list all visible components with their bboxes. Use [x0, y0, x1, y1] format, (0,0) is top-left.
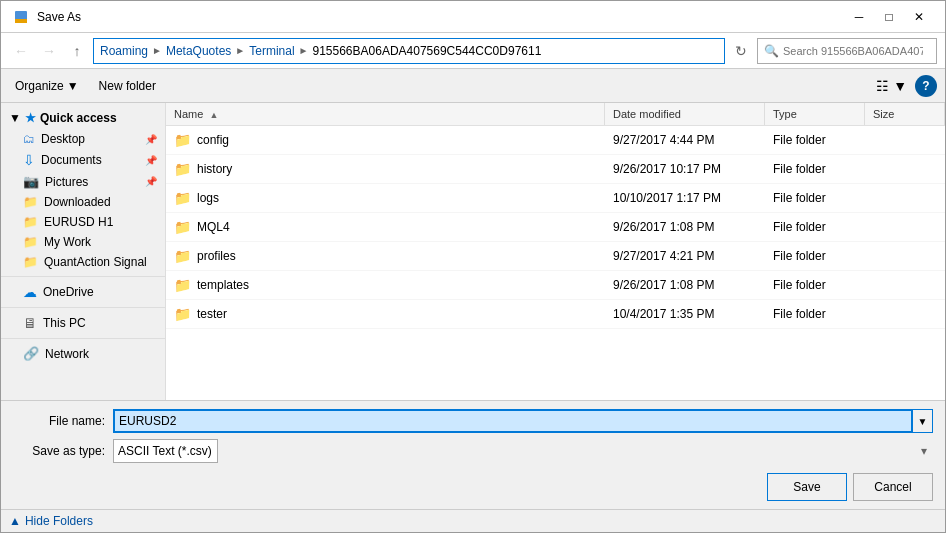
- table-row[interactable]: 📁 templates 9/26/2017 1:08 PM File folde…: [166, 271, 945, 300]
- pin-icon-docs: 📌: [145, 155, 157, 166]
- file-size-cell: [865, 136, 945, 144]
- sidebar-documents-label: Documents: [41, 153, 102, 167]
- sidebar-item-documents[interactable]: ⇩ Documents 📌: [1, 149, 165, 171]
- file-type-cell: File folder: [765, 187, 865, 209]
- file-type-cell: File folder: [765, 129, 865, 151]
- save-button[interactable]: Save: [767, 473, 847, 501]
- sidebar-divider-1: [1, 276, 165, 277]
- pin-icon: 📌: [145, 134, 157, 145]
- file-name-cell: 📁 config: [166, 128, 605, 152]
- breadcrumb-terminal[interactable]: Terminal: [249, 44, 294, 58]
- file-type-cell: File folder: [765, 245, 865, 267]
- folder-icon: 📁: [174, 248, 191, 264]
- file-date-cell: 9/27/2017 4:44 PM: [605, 129, 765, 151]
- hide-folders-label: Hide Folders: [25, 514, 93, 528]
- filename-label: File name:: [13, 414, 113, 428]
- sidebar-item-desktop[interactable]: 🗂 Desktop 📌: [1, 129, 165, 149]
- file-type-cell: File folder: [765, 158, 865, 180]
- organize-button[interactable]: Organize ▼: [9, 76, 85, 96]
- address-bar: ← → ↑ Roaming ► MetaQuotes ► Terminal ► …: [1, 33, 945, 69]
- sidebar-divider-2: [1, 307, 165, 308]
- col-header-name[interactable]: Name ▲: [166, 103, 605, 125]
- sidebar-item-network[interactable]: 🔗 Network: [1, 343, 165, 364]
- pin-icon-pics: 📌: [145, 176, 157, 187]
- sidebar-item-mywork[interactable]: 📁 My Work: [1, 232, 165, 252]
- sidebar-item-quantaction[interactable]: 📁 QuantAction Signal: [1, 252, 165, 272]
- search-icon: 🔍: [764, 44, 779, 58]
- downloaded-folder-icon: 📁: [23, 195, 38, 209]
- up-button[interactable]: ↑: [65, 39, 89, 63]
- search-input[interactable]: [783, 45, 923, 57]
- filename-row: File name: ▼: [13, 409, 933, 433]
- sidebar-downloaded-label: Downloaded: [44, 195, 111, 209]
- quick-access-label: Quick access: [40, 111, 117, 125]
- filename-input[interactable]: [113, 409, 913, 433]
- file-type-cell: File folder: [765, 274, 865, 296]
- file-name-cell: 📁 templates: [166, 273, 605, 297]
- new-folder-label: New folder: [99, 79, 156, 93]
- sidebar-item-eurusd[interactable]: 📁 EURUSD H1: [1, 212, 165, 232]
- breadcrumb-arrow-3: ►: [299, 45, 309, 56]
- maximize-button[interactable]: □: [875, 7, 903, 27]
- sidebar-item-thispc[interactable]: 🖥 This PC: [1, 312, 165, 334]
- sidebar-pictures-label: Pictures: [45, 175, 88, 189]
- view-options-button[interactable]: ☷ ▼: [872, 75, 911, 97]
- bottom-area: File name: ▼ Save as type: ASCII Text (*…: [1, 400, 945, 509]
- filename-dropdown-btn[interactable]: ▼: [913, 409, 933, 433]
- hide-folders-row[interactable]: ▲ Hide Folders: [1, 509, 945, 532]
- file-list-header: Name ▲ Date modified Type Size: [166, 103, 945, 126]
- forward-button[interactable]: →: [37, 39, 61, 63]
- back-button[interactable]: ←: [9, 39, 33, 63]
- sidebar-quantaction-label: QuantAction Signal: [44, 255, 147, 269]
- file-name-text: tester: [197, 307, 227, 321]
- help-button[interactable]: ?: [915, 75, 937, 97]
- sidebar-item-downloaded[interactable]: 📁 Downloaded: [1, 192, 165, 212]
- file-list: Name ▲ Date modified Type Size 📁 config …: [166, 103, 945, 400]
- breadcrumb-arrow-2: ►: [235, 45, 245, 56]
- file-date-cell: 9/26/2017 1:08 PM: [605, 274, 765, 296]
- breadcrumb-roaming[interactable]: Roaming: [100, 44, 148, 58]
- col-header-date[interactable]: Date modified: [605, 103, 765, 125]
- table-row[interactable]: 📁 profiles 9/27/2017 4:21 PM File folder: [166, 242, 945, 271]
- toolbar: Organize ▼ New folder ☷ ▼ ?: [1, 69, 945, 103]
- folder-icon: 📁: [174, 306, 191, 322]
- file-name-cell: 📁 logs: [166, 186, 605, 210]
- hide-folders-arrow-icon: ▲: [9, 514, 21, 528]
- table-row[interactable]: 📁 tester 10/4/2017 1:35 PM File folder: [166, 300, 945, 329]
- form-buttons: Save Cancel: [13, 469, 933, 501]
- cancel-button[interactable]: Cancel: [853, 473, 933, 501]
- file-name-text: history: [197, 162, 232, 176]
- sidebar-item-onedrive[interactable]: ☁ OneDrive: [1, 281, 165, 303]
- file-name-cell: 📁 tester: [166, 302, 605, 326]
- breadcrumb-bar[interactable]: Roaming ► MetaQuotes ► Terminal ► 915566…: [93, 38, 725, 64]
- table-row[interactable]: 📁 config 9/27/2017 4:44 PM File folder: [166, 126, 945, 155]
- table-row[interactable]: 📁 logs 10/10/2017 1:17 PM File folder: [166, 184, 945, 213]
- quick-access-star-icon: ★: [25, 111, 36, 125]
- minimize-button[interactable]: ─: [845, 7, 873, 27]
- file-name-cell: 📁 MQL4: [166, 215, 605, 239]
- file-date-cell: 10/4/2017 1:35 PM: [605, 303, 765, 325]
- organize-label: Organize: [15, 79, 64, 93]
- sidebar-item-pictures[interactable]: 📷 Pictures 📌: [1, 171, 165, 192]
- table-row[interactable]: 📁 history 9/26/2017 10:17 PM File folder: [166, 155, 945, 184]
- table-row[interactable]: 📁 MQL4 9/26/2017 1:08 PM File folder: [166, 213, 945, 242]
- new-folder-button[interactable]: New folder: [93, 76, 162, 96]
- file-name-text: profiles: [197, 249, 236, 263]
- file-date-cell: 10/10/2017 1:17 PM: [605, 187, 765, 209]
- sidebar-network-label: Network: [45, 347, 89, 361]
- file-type-cell: File folder: [765, 303, 865, 325]
- col-header-size[interactable]: Size: [865, 103, 945, 125]
- refresh-button[interactable]: ↻: [729, 39, 753, 63]
- col-header-type[interactable]: Type: [765, 103, 865, 125]
- filetype-select[interactable]: ASCII Text (*.csv): [113, 439, 218, 463]
- file-size-cell: [865, 281, 945, 289]
- file-size-cell: [865, 310, 945, 318]
- file-type-cell: File folder: [765, 216, 865, 238]
- breadcrumb-metaquotes[interactable]: MetaQuotes: [166, 44, 231, 58]
- pictures-icon: 📷: [23, 174, 39, 189]
- close-button[interactable]: ✕: [905, 7, 933, 27]
- file-size-cell: [865, 194, 945, 202]
- dialog-title: Save As: [37, 10, 837, 24]
- quick-access-header[interactable]: ▼ ★ Quick access: [1, 107, 165, 129]
- file-date-cell: 9/27/2017 4:21 PM: [605, 245, 765, 267]
